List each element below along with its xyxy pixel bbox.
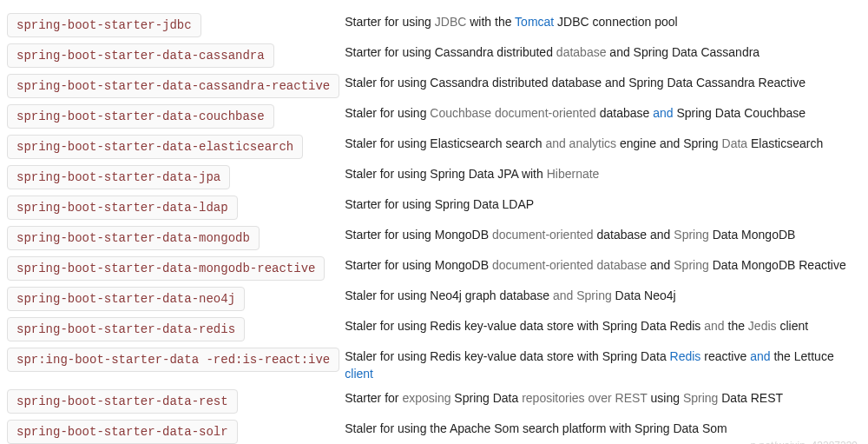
starter-cell: spring-boot-starter-data-ldap [7, 195, 345, 220]
desc-text: Spring Data [450, 391, 522, 405]
starter-cell: spring-boot-starter-data-solr [7, 420, 345, 444]
desc-text: Staler for using [345, 106, 430, 120]
starter-cell: spring-boot-starter-data-couchbase [7, 104, 345, 129]
table-row: spring-boot-starter-data-mongodbStarter … [7, 226, 861, 250]
desc-text: and Spring Data Cassandra [606, 45, 760, 59]
desc-text: engine and Spring [616, 136, 721, 150]
desc-text: and [647, 258, 674, 272]
starter-description: Starter for using JDBC with the Tomcat J… [345, 13, 861, 37]
starter-cell: spring-boot-starter-data-jpa [7, 165, 345, 189]
desc-text: client [777, 319, 809, 333]
table-row: spring-boot-starter-data-couchbaseStaler… [7, 104, 861, 129]
table-row: spring-boot-starter-data-neo4jStaler for… [7, 287, 861, 311]
desc-muted: Spring [674, 258, 708, 272]
desc-muted: Couchbase document-oriented [430, 106, 595, 120]
desc-muted: document-oriented [492, 228, 594, 242]
table-row: spring-boot-starter-data-jpaStaler for u… [7, 165, 861, 189]
desc-text: using [648, 391, 683, 405]
desc-text: database [596, 106, 653, 120]
desc-text: Starter for [345, 391, 402, 405]
starter-description: Staler for using Cassandra distributed d… [345, 74, 861, 98]
starter-description: Starter for using MongoDB document-orien… [345, 226, 861, 250]
desc-text: with the [466, 15, 515, 29]
starter-description: Staler for using Redis key-value data st… [345, 348, 861, 383]
starter-description: Starter for using Cassandra distributed … [345, 43, 861, 68]
starter-description: Staler for using Spring Data JPA with Hi… [345, 165, 861, 189]
desc-muted: Hibernate [547, 167, 600, 181]
desc-link[interactable]: and [750, 349, 770, 363]
starter-cell: spring-boot-starter-data-cassandra-react… [7, 74, 345, 98]
starter-name: spring-boot-starter-data-redis [7, 317, 245, 341]
desc-link[interactable]: and [653, 106, 673, 120]
starter-description: Staler for using Neo4j graph database an… [345, 287, 861, 311]
starter-description: Staler for using Couchbase document-orie… [345, 104, 861, 129]
desc-text: Starter for using [345, 15, 435, 29]
desc-text: Spring Data Couchbase [674, 106, 806, 120]
desc-text: the Lettuce [771, 349, 834, 363]
desc-text: Staler for using Neo4j graph database [345, 288, 553, 302]
table-row: spring-boot-starter-data-cassandraStarte… [7, 43, 861, 68]
desc-muted: Spring [674, 228, 708, 242]
starter-cell: spr:ing-boot-starter-data -red:is-react:… [7, 348, 345, 383]
desc-muted: and [704, 319, 724, 333]
desc-muted: and Spring [553, 288, 612, 302]
desc-text: Staler for using Elasticsearch search [345, 136, 545, 150]
starter-name: spring-boot-starter-data-solr [7, 420, 238, 444]
desc-text: Staler for using Spring Data JPA with [345, 167, 546, 181]
table-row: spring-boot-starter-data-solrStaler for … [7, 420, 861, 444]
starter-name: spr:ing-boot-starter-data -red:is-react:… [7, 348, 339, 372]
starter-name: spring-boot-starter-data-mongodb [7, 226, 260, 250]
starter-name: spring-boot-starter-data-rest [7, 389, 238, 414]
starter-cell: spring-boot-starter-data-rest [7, 389, 345, 414]
desc-muted: Jedis [748, 319, 777, 333]
desc-text: Starter for using Spring Data LDAP [345, 197, 534, 211]
desc-text: Starter for using Cassandra distributed [345, 45, 556, 59]
desc-text: the [725, 319, 748, 333]
desc-text: Starter for using MongoDB [345, 228, 492, 242]
desc-link[interactable]: Redis [670, 349, 701, 363]
starter-name: spring-boot-starter-jdbc [7, 13, 201, 37]
starter-name: spring-boot-starter-data-jpa [7, 165, 230, 189]
starter-cell: spring-boot-starter-jdbc [7, 13, 345, 37]
starter-cell: spring-boot-starter-data-mongodb-reactiv… [7, 256, 345, 281]
starter-description: Starter for using Spring Data LDAP [345, 195, 861, 220]
starter-name: spring-boot-starter-data-cassandra-react… [7, 74, 339, 98]
desc-text: Starter for using MongoDB [345, 258, 492, 272]
desc-text: Data REST [718, 391, 783, 405]
desc-text: Data MongoDB [709, 228, 796, 242]
table-row: spr:ing-boot-starter-data -red:is-react:… [7, 348, 861, 383]
desc-text: Data Neo4j [612, 288, 676, 302]
table-row: spring-boot-starter-data-restStarter for… [7, 389, 861, 414]
desc-link[interactable]: Tomcat [515, 15, 554, 29]
table-row: spring-boot-starter-data-mongodb-reactiv… [7, 256, 861, 281]
table-row: spring-boot-starter-data-ldapStarter for… [7, 195, 861, 220]
starter-cell: spring-boot-starter-data-cassandra [7, 43, 345, 68]
starter-cell: spring-boot-starter-data-mongodb [7, 226, 345, 250]
table-row: spring-boot-starter-data-elasticsearchSt… [7, 135, 861, 159]
starter-description: Starter for using MongoDB document-orien… [345, 256, 861, 281]
desc-text: reactive [700, 349, 750, 363]
starter-cell: spring-boot-starter-data-redis [7, 317, 345, 341]
starters-table: spring-boot-starter-jdbcStarter for usin… [7, 7, 861, 444]
desc-text: Staler for using the Apache Som search p… [345, 421, 727, 435]
desc-muted: Spring [683, 391, 718, 405]
desc-muted: JDBC [435, 15, 467, 29]
desc-text: Staler for using Cassandra distributed d… [345, 76, 806, 89]
starter-description: Staler for using Redis key-value data st… [345, 317, 861, 341]
table-row: spring-boot-starter-data-cassandra-react… [7, 74, 861, 98]
desc-text: Staler for using Redis key-value data st… [345, 349, 669, 363]
desc-muted: Data [722, 136, 748, 150]
starter-name: spring-boot-starter-data-couchbase [7, 104, 274, 129]
desc-text: Data MongoDB Reactive [709, 258, 846, 272]
starter-name: spring-boot-starter-data-neo4j [7, 287, 245, 311]
starter-name: spring-boot-starter-data-ldap [7, 195, 238, 220]
desc-muted: database [556, 45, 607, 59]
table-row: spring-boot-starter-data-redisStaler for… [7, 317, 861, 341]
starter-name: spring-boot-starter-data-mongodb-reactiv… [7, 256, 325, 281]
starter-description: Staler for using the Apache Som search p… [345, 420, 861, 444]
desc-text: JDBC connection pool [554, 15, 677, 29]
desc-link[interactable]: client [345, 367, 373, 381]
starter-description: Starter for exposing Spring Data reposit… [345, 389, 861, 414]
desc-text: database and [594, 228, 674, 242]
starter-name: spring-boot-starter-data-cassandra [7, 43, 274, 68]
